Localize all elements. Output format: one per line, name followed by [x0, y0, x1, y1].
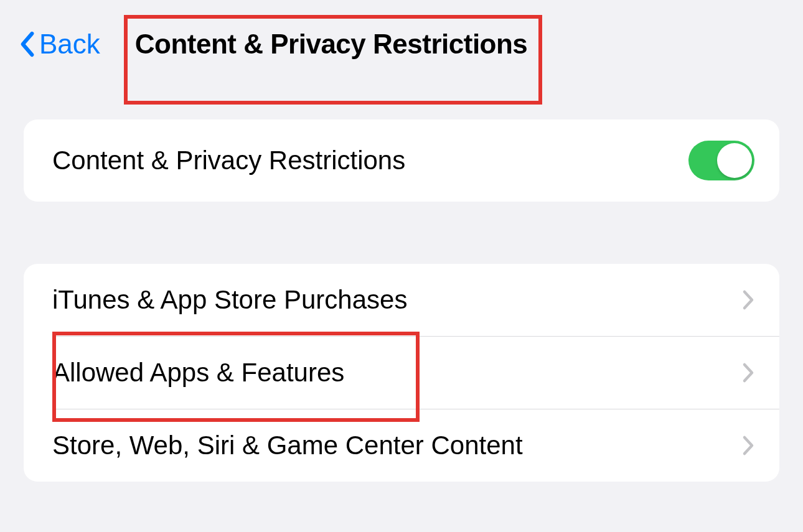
content: Content & Privacy Restrictions iTunes & …	[0, 82, 803, 482]
chevron-left-icon	[19, 30, 36, 58]
menu-item-label: iTunes & App Store Purchases	[52, 285, 407, 315]
menu-item-label: Allowed Apps & Features	[52, 358, 344, 388]
page-title: Content & Privacy Restrictions	[130, 25, 533, 63]
chevron-right-icon	[742, 289, 754, 310]
menu-item-store-web-siri[interactable]: Store, Web, Siri & Game Center Content	[24, 409, 779, 482]
menu-item-label: Store, Web, Siri & Game Center Content	[52, 431, 523, 460]
chevron-right-icon	[742, 362, 754, 383]
back-button[interactable]: Back	[19, 29, 100, 60]
toggle-label: Content & Privacy Restrictions	[52, 146, 405, 175]
chevron-right-icon	[742, 435, 754, 456]
content-privacy-toggle[interactable]	[688, 141, 754, 180]
toggle-section: Content & Privacy Restrictions	[24, 119, 779, 202]
menu-item-allowed-apps-wrapper: Allowed Apps & Features	[24, 337, 779, 409]
back-label: Back	[39, 29, 100, 60]
content-privacy-toggle-row: Content & Privacy Restrictions	[24, 119, 779, 202]
menu-section: iTunes & App Store Purchases Allowed App…	[24, 264, 779, 482]
toggle-knob	[717, 143, 752, 178]
title-wrapper: Content & Privacy Restrictions	[130, 25, 533, 63]
menu-item-itunes-app-store[interactable]: iTunes & App Store Purchases	[24, 264, 779, 336]
header: Back Content & Privacy Restrictions	[0, 0, 803, 82]
menu-item-allowed-apps[interactable]: Allowed Apps & Features	[24, 337, 779, 409]
